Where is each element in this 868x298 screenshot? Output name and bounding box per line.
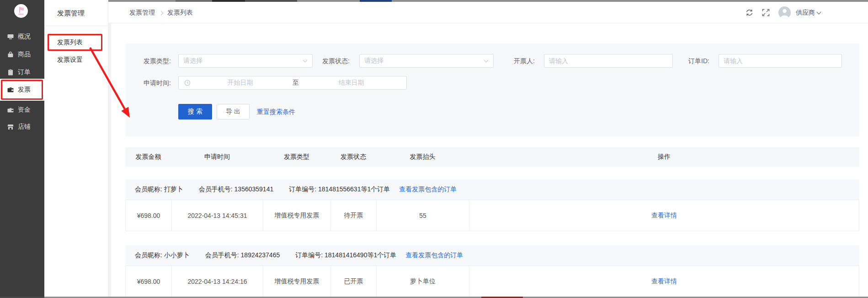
table-row: ¥698.00 2022-04-13 14:24:16 增值税专用发票 已开票 … bbox=[125, 265, 859, 297]
cell-type: 增值税专用发票 bbox=[263, 200, 331, 231]
funds-wallet-icon bbox=[7, 106, 14, 114]
date-range-to-label: 至 bbox=[290, 79, 302, 87]
column-header-amount: 发票金额 bbox=[125, 147, 171, 167]
view-included-orders-link[interactable]: 查看发票包含的订单 bbox=[405, 251, 463, 260]
refresh-icon[interactable] bbox=[746, 9, 753, 16]
order-number: 订单编号: 181481556631等1个订单 bbox=[289, 185, 390, 194]
cell-title: 萝卜单位 bbox=[377, 266, 469, 297]
select-placeholder: 请选择 bbox=[183, 57, 202, 65]
member-nickname: 会员昵称: 小小萝卜 bbox=[135, 251, 190, 260]
sidebar-item-invoice[interactable]: 发票 bbox=[0, 79, 44, 101]
shop-store-icon bbox=[7, 123, 14, 130]
invoice-group-header: 会员昵称: 小小萝卜 会员手机号: 18924237465 订单编号: 1814… bbox=[125, 245, 859, 265]
select-placeholder: 请选择 bbox=[364, 57, 383, 65]
date-end-placeholder: 结束日期 bbox=[302, 79, 401, 87]
order-id-label: 订单ID: bbox=[679, 54, 709, 68]
invoice-type-label: 发票类型: bbox=[139, 54, 171, 68]
chevron-down-icon bbox=[484, 58, 489, 63]
chevron-down-icon bbox=[817, 10, 821, 14]
chevron-down-icon bbox=[303, 58, 308, 63]
member-phone: 会员手机号: 18924237465 bbox=[205, 251, 280, 260]
breadcrumb-item[interactable]: 发票管理 bbox=[129, 9, 155, 17]
table-header: 发票金额 申请时间 发票类型 发票状态 发票抬头 操作 bbox=[125, 147, 859, 167]
cell-amount: ¥698.00 bbox=[126, 200, 172, 231]
cell-status: 已开票 bbox=[331, 266, 377, 297]
sidebar-item-label: 订单 bbox=[18, 68, 31, 76]
user-menu[interactable]: 供应商 bbox=[796, 9, 820, 17]
order-id-input[interactable] bbox=[719, 54, 842, 68]
cell-amount: ¥698.00 bbox=[126, 266, 172, 297]
view-detail-link[interactable]: 查看详情 bbox=[651, 211, 677, 220]
cell-apply-time: 2022-04-13 14:24:16 bbox=[172, 266, 263, 297]
sidebar-item-goods[interactable]: 商品 bbox=[0, 45, 44, 63]
topbar: 发票管理 发票列表 供应商 bbox=[108, 2, 868, 23]
invoice-submenu: 发票管理 发票列表 发票设置 bbox=[44, 0, 108, 298]
topbar-actions: 供应商 bbox=[746, 2, 820, 23]
main-content: 发票类型: 请选择 发票状态: 请选择 开票人: 订单ID: 申请时间: 开始日… bbox=[108, 23, 868, 297]
search-button[interactable]: 搜 索 bbox=[178, 104, 212, 119]
cell-title: 55 bbox=[377, 200, 469, 231]
submenu-title: 发票管理 bbox=[44, 0, 108, 26]
invoice-group-header: 会员昵称: 打萝卜 会员手机号: 13560359141 订单编号: 18148… bbox=[125, 179, 859, 200]
cell-actions: 查看详情 bbox=[469, 266, 859, 297]
sidebar-item-label: 发票 bbox=[18, 86, 31, 94]
cell-actions: 查看详情 bbox=[469, 200, 859, 231]
apply-time-range-picker[interactable]: 开始日期 至 结束日期 bbox=[178, 76, 407, 90]
filter-panel: 发票类型: 请选择 发票状态: 请选择 开票人: 订单ID: 申请时间: 开始日… bbox=[125, 43, 859, 136]
member-nickname: 会员昵称: 打萝卜 bbox=[135, 185, 183, 194]
order-number: 订单编号: 181481416490等1个订单 bbox=[295, 251, 396, 260]
export-button[interactable]: 导 出 bbox=[217, 104, 250, 119]
sidebar-item-label: 资金 bbox=[18, 106, 31, 114]
logo-flag-icon bbox=[15, 5, 27, 17]
breadcrumb: 发票管理 发票列表 bbox=[129, 2, 193, 23]
breadcrumb-separator-icon bbox=[159, 11, 164, 15]
sidebar-item-overview[interactable]: 概况 bbox=[0, 27, 44, 45]
invoice-wallet-icon bbox=[7, 86, 14, 93]
fullscreen-icon[interactable] bbox=[762, 9, 770, 16]
sidebar-item-shop[interactable]: 店铺 bbox=[0, 118, 44, 135]
sidebar-item-label: 概况 bbox=[18, 33, 31, 41]
column-header-status: 发票状态 bbox=[330, 147, 376, 167]
invoice-admin-page: 概况 商品 订单 发票 资金 bbox=[0, 0, 868, 298]
column-header-type: 发票类型 bbox=[263, 147, 330, 167]
submenu-item-invoice-list[interactable]: 发票列表 bbox=[44, 33, 108, 51]
overview-monitor-icon bbox=[7, 33, 14, 40]
view-included-orders-link[interactable]: 查看发票包含的订单 bbox=[399, 185, 457, 194]
member-phone: 会员手机号: 13560359141 bbox=[199, 185, 273, 194]
user-role-label: 供应商 bbox=[796, 9, 815, 17]
invoice-status-label: 发票状态: bbox=[320, 54, 350, 68]
sidebar-item-funds[interactable]: 资金 bbox=[0, 101, 44, 119]
column-header-title: 发票抬头 bbox=[376, 147, 469, 167]
cell-apply-time: 2022-04-13 14:45:31 bbox=[172, 200, 263, 231]
drawer-label: 开票人: bbox=[505, 54, 535, 68]
clock-icon bbox=[184, 80, 191, 86]
reset-search-link[interactable]: 重置搜索条件 bbox=[257, 104, 295, 119]
table-row: ¥698.00 2022-04-13 14:45:31 增值税专用发票 待开票 … bbox=[125, 200, 859, 231]
user-avatar[interactable] bbox=[778, 6, 791, 19]
sidebar-item-label: 店铺 bbox=[18, 123, 31, 131]
column-header-apply-time: 申请时间 bbox=[171, 147, 263, 167]
invoice-status-select[interactable]: 请选择 bbox=[359, 54, 494, 68]
breadcrumb-item-current: 发票列表 bbox=[167, 9, 193, 17]
invoice-type-select[interactable]: 请选择 bbox=[178, 54, 313, 68]
column-header-actions: 操作 bbox=[469, 147, 859, 167]
orders-clipboard-icon bbox=[7, 69, 14, 76]
apply-time-label: 申请时间: bbox=[139, 76, 171, 90]
date-start-placeholder: 开始日期 bbox=[191, 79, 290, 87]
main-sidebar: 概况 商品 订单 发票 资金 bbox=[0, 0, 44, 297]
view-detail-link[interactable]: 查看详情 bbox=[651, 277, 677, 286]
sidebar-item-label: 商品 bbox=[18, 50, 31, 59]
brand-logo[interactable] bbox=[14, 4, 28, 18]
drawer-input[interactable] bbox=[544, 54, 673, 68]
cell-status: 待开票 bbox=[331, 200, 377, 231]
cell-type: 增值税专用发票 bbox=[263, 266, 331, 297]
submenu-item-invoice-settings[interactable]: 发票设置 bbox=[44, 51, 108, 68]
goods-bag-icon bbox=[7, 51, 14, 58]
